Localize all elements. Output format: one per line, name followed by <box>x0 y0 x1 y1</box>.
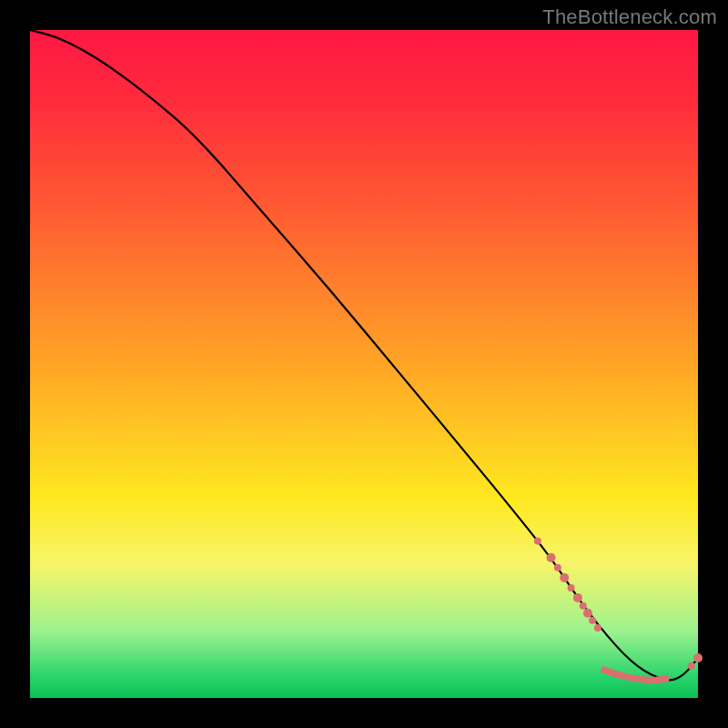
chart-svg <box>30 30 698 698</box>
data-marker <box>573 593 582 602</box>
data-marker <box>554 564 561 571</box>
data-marker <box>560 573 569 582</box>
data-marker <box>693 653 703 662</box>
watermark-text: TheBottleneck.com <box>542 5 717 29</box>
data-marker <box>547 553 556 562</box>
data-marker <box>568 584 575 592</box>
data-marker <box>688 662 695 670</box>
chart-frame: TheBottleneck.com <box>0 0 728 728</box>
plot-area <box>30 30 698 698</box>
data-marker <box>662 675 670 682</box>
data-marker <box>589 617 596 624</box>
bottleneck-curve <box>30 30 698 680</box>
data-markers <box>534 538 703 684</box>
data-marker <box>594 624 602 632</box>
data-marker <box>583 609 592 618</box>
data-marker <box>534 538 541 545</box>
data-marker <box>580 602 587 610</box>
